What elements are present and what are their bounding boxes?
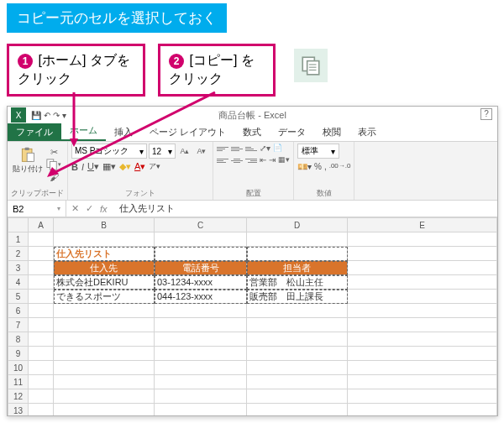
- cell-c3[interactable]: 電話番号: [155, 261, 247, 275]
- chevron-down-icon: ▾: [57, 205, 60, 212]
- qat-undo-icon[interactable]: ↶: [44, 111, 50, 120]
- font-size-select[interactable]: 12▾: [149, 144, 176, 159]
- format-painter-button[interactable]: 🖌: [46, 171, 61, 183]
- font-name-select[interactable]: MS Pゴシック▾: [71, 144, 147, 159]
- qat-redo-icon[interactable]: ↷: [53, 111, 60, 120]
- group-font: MS Pゴシック▾ 12▾ A▴ A▾ B I U▾ ▦▾ ◆▾ A▾ ア▾ フ…: [68, 142, 213, 200]
- svg-rect-11: [50, 162, 56, 170]
- paste-button[interactable]: 貼り付け: [11, 144, 45, 176]
- row-header[interactable]: 11: [8, 375, 29, 389]
- orientation-icon[interactable]: ⤢▾: [260, 144, 270, 154]
- row-header[interactable]: 5: [8, 290, 29, 304]
- step-number-1: 1: [18, 54, 33, 69]
- fx-icon[interactable]: fx: [100, 204, 108, 214]
- window-title: 商品台帳 - Excel: [218, 109, 286, 122]
- callout-step-2: 2 [コピー] を クリック: [158, 44, 276, 97]
- tab-home[interactable]: ホーム: [61, 122, 106, 141]
- copy-icon-large: [294, 49, 328, 82]
- name-box[interactable]: B2▾: [8, 201, 66, 217]
- select-all-corner[interactable]: [8, 218, 29, 232]
- merge-button[interactable]: ▦▾: [278, 155, 290, 165]
- percent-format-icon[interactable]: %: [314, 162, 322, 171]
- col-header-d[interactable]: D: [247, 218, 348, 232]
- cell-b5[interactable]: できるスポーツ: [54, 290, 155, 304]
- cell-d4[interactable]: 営業部 松山主任: [247, 275, 348, 290]
- svg-rect-8: [25, 148, 29, 150]
- cut-button[interactable]: ✂: [46, 146, 61, 158]
- cell-c4[interactable]: 03-1234-xxxx: [155, 275, 247, 290]
- group-number: 標準▾ 💴▾ % , .00→.0 数値: [294, 142, 354, 200]
- row-header[interactable]: 10: [8, 361, 29, 375]
- enter-formula-icon[interactable]: ✓: [86, 203, 93, 214]
- cancel-formula-icon[interactable]: ✕: [71, 203, 79, 214]
- cell-b3[interactable]: 仕入先: [54, 261, 155, 275]
- phonetic-button[interactable]: ア▾: [149, 161, 160, 172]
- col-header-e[interactable]: E: [348, 218, 497, 232]
- accounting-format-icon[interactable]: 💴▾: [297, 162, 312, 171]
- align-bottom-icon[interactable]: [245, 144, 257, 154]
- row-header[interactable]: 12: [8, 389, 29, 404]
- chevron-down-icon: ▾: [331, 147, 335, 156]
- help-icon[interactable]: ?: [480, 108, 492, 120]
- decrease-indent-icon[interactable]: ⇤: [260, 155, 266, 165]
- app-icon: X: [11, 107, 26, 123]
- font-color-button[interactable]: A▾: [134, 161, 145, 172]
- align-middle-icon[interactable]: [231, 144, 243, 154]
- group-clipboard: 貼り付け ✂ ▾ 🖌 クリップボード: [8, 142, 68, 200]
- row-header[interactable]: 4: [8, 275, 29, 290]
- col-header-c[interactable]: C: [155, 218, 247, 232]
- increase-font-icon[interactable]: A▴: [177, 145, 192, 157]
- quick-access-toolbar: 💾 ↶ ↷ ▾: [31, 111, 66, 120]
- align-top-icon[interactable]: [217, 144, 228, 154]
- bold-button[interactable]: B: [71, 162, 78, 172]
- formula-text[interactable]: 仕入先リスト: [119, 202, 175, 215]
- row-header[interactable]: 8: [8, 332, 29, 347]
- border-button[interactable]: ▦▾: [102, 161, 116, 172]
- tab-review[interactable]: 校閲: [314, 123, 349, 141]
- cell-d3[interactable]: 担当者: [247, 261, 348, 275]
- tab-file[interactable]: ファイル: [8, 123, 61, 141]
- number-format-select[interactable]: 標準▾: [297, 144, 339, 159]
- cell-c5[interactable]: 044-123-xxxx: [155, 290, 247, 304]
- title-bar: X 💾 ↶ ↷ ▾ 商品台帳 - Excel ?: [8, 107, 497, 123]
- cell-d5[interactable]: 販売部 田上課長: [247, 290, 348, 304]
- row-header[interactable]: 3: [8, 261, 29, 275]
- qat-save-icon[interactable]: 💾: [31, 111, 41, 120]
- ribbon: 貼り付け ✂ ▾ 🖌 クリップボード MS Pゴシック▾ 12▾ A▴ A▾: [8, 142, 497, 201]
- callout-step-1: 1 [ホーム] タブを クリック: [7, 44, 145, 97]
- wrap-text-button[interactable]: 📄: [273, 144, 282, 154]
- align-left-icon[interactable]: [217, 155, 228, 165]
- cell-b2[interactable]: 仕入先リスト: [54, 247, 155, 261]
- tab-data[interactable]: データ: [270, 123, 314, 141]
- italic-button[interactable]: I: [81, 162, 84, 172]
- decrease-font-icon[interactable]: A▾: [194, 145, 209, 157]
- increase-decimal-icon[interactable]: .00→.0: [329, 162, 351, 171]
- formula-bar: B2▾ ✕ ✓ fx 仕入先リスト: [8, 201, 497, 217]
- row-header[interactable]: 9: [8, 347, 29, 361]
- fill-color-button[interactable]: ◆▾: [119, 161, 131, 172]
- row-header[interactable]: 2: [8, 247, 29, 261]
- row-header[interactable]: 1: [8, 232, 29, 247]
- row-header[interactable]: 13: [8, 404, 29, 416]
- underline-button[interactable]: U▾: [87, 161, 99, 172]
- excel-window: X 💾 ↶ ↷ ▾ 商品台帳 - Excel ? ファイル ホーム 挿入 ページ…: [7, 106, 498, 416]
- cell-b4[interactable]: 株式会社DEKIRU: [54, 275, 155, 290]
- comma-format-icon[interactable]: ,: [324, 162, 327, 171]
- align-right-icon[interactable]: [245, 155, 257, 165]
- qat-dropdown-icon[interactable]: ▾: [62, 111, 66, 120]
- row-header[interactable]: 7: [8, 318, 29, 332]
- tab-formulas[interactable]: 数式: [234, 123, 270, 141]
- col-header-b[interactable]: B: [54, 218, 155, 232]
- tab-view[interactable]: 表示: [349, 123, 385, 141]
- svg-rect-1: [307, 61, 319, 75]
- step-number-2: 2: [169, 54, 184, 69]
- svg-rect-9: [27, 153, 34, 161]
- copy-button[interactable]: ▾: [46, 159, 61, 170]
- col-header-a[interactable]: A: [29, 218, 54, 232]
- increase-indent-icon[interactable]: ⇥: [269, 155, 276, 165]
- tab-insert[interactable]: 挿入: [106, 123, 141, 141]
- worksheet-grid[interactable]: A B C D E 1 2仕入先リスト 3仕入先電話番号担当者 4株式会社DEK…: [8, 217, 497, 415]
- align-center-icon[interactable]: [231, 155, 243, 165]
- tab-pagelayout[interactable]: ページ レイアウト: [141, 123, 234, 141]
- row-header[interactable]: 6: [8, 304, 29, 318]
